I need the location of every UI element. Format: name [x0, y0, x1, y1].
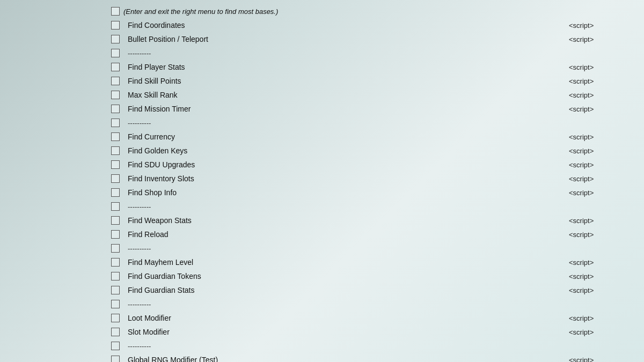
item-label: Slot Modifier	[123, 328, 569, 336]
item-script: <script>	[569, 356, 633, 363]
separator-checkbox[interactable]	[111, 244, 120, 253]
item-script: <script>	[569, 286, 633, 294]
item-script: <script>	[569, 231, 633, 239]
item-checkbox[interactable]	[111, 188, 120, 197]
item-label: Find SDU Upgrades	[123, 160, 569, 169]
item-script: <script>	[569, 35, 633, 43]
item-label: Find Guardian Stats	[123, 286, 569, 294]
item-label: Max Skill Rank	[123, 91, 569, 99]
item-checkbox[interactable]	[111, 146, 120, 155]
checkbox-wrap	[107, 300, 123, 308]
main-container: (Enter and exit the right menu to find m…	[0, 0, 644, 362]
separator-label: ----------	[123, 245, 633, 253]
item-label: Global RNG Modifier (Test)	[123, 356, 569, 362]
item-checkbox[interactable]	[111, 91, 120, 99]
item-label: Find Shop Info	[123, 188, 569, 197]
checkbox-wrap	[107, 119, 123, 127]
list-row: Find Skill Points<script>	[107, 74, 633, 88]
checkbox-wrap	[107, 174, 123, 183]
item-script: <script>	[569, 328, 633, 336]
list-row: ----------	[107, 200, 633, 213]
intro-checkbox[interactable]	[111, 7, 120, 16]
checkbox-wrap	[107, 286, 123, 294]
item-label: Find Golden Keys	[123, 146, 569, 155]
item-checkbox[interactable]	[111, 160, 120, 169]
separator-checkbox[interactable]	[111, 119, 120, 127]
item-script: <script>	[569, 21, 633, 29]
item-label: Bullet Position / Teleport	[123, 35, 569, 43]
list-row: ----------	[107, 339, 633, 353]
checkbox-wrap	[107, 160, 123, 169]
list-row: Find Guardian Tokens<script>	[107, 269, 633, 283]
item-checkbox[interactable]	[111, 63, 120, 71]
checkbox-wrap	[107, 146, 123, 155]
item-script: <script>	[569, 147, 633, 155]
separator-label: ----------	[123, 300, 633, 308]
item-checkbox[interactable]	[111, 35, 120, 43]
item-script: <script>	[569, 161, 633, 169]
checkbox-wrap	[107, 216, 123, 225]
item-script: <script>	[569, 133, 633, 141]
separator-label: ----------	[123, 119, 633, 127]
item-checkbox[interactable]	[111, 216, 120, 225]
list-row: Find Golden Keys<script>	[107, 144, 633, 158]
list-row: Find Shop Info<script>	[107, 186, 633, 200]
item-label: Find Weapon Stats	[123, 216, 569, 225]
list-row: ----------	[107, 46, 633, 60]
list-row: ----------	[107, 116, 633, 130]
item-checkbox[interactable]	[111, 356, 120, 362]
item-checkbox[interactable]	[111, 314, 120, 322]
item-checkbox[interactable]	[111, 230, 120, 239]
checkbox-wrap	[107, 21, 123, 29]
checkbox-wrap	[107, 328, 123, 336]
list-row: Find Reload<script>	[107, 227, 633, 241]
checkbox-wrap	[107, 244, 123, 253]
item-checkbox[interactable]	[111, 77, 120, 85]
item-label: Find Skill Points	[123, 77, 569, 85]
item-label: Find Mission Timer	[123, 105, 569, 113]
item-label: Find Coordinates	[123, 21, 569, 29]
item-checkbox[interactable]	[111, 286, 120, 294]
checkbox-wrap	[107, 35, 123, 43]
list-row: Find Weapon Stats<script>	[107, 213, 633, 227]
item-label: Find Currency	[123, 132, 569, 141]
item-script: <script>	[569, 91, 633, 99]
separator-label: ----------	[123, 49, 633, 57]
checkbox-wrap	[107, 105, 123, 113]
item-label: Loot Modifier	[123, 314, 569, 322]
item-checkbox[interactable]	[111, 174, 120, 183]
item-checkbox[interactable]	[111, 258, 120, 267]
list-row: Loot Modifier<script>	[107, 311, 633, 325]
list-row: Bullet Position / Teleport<script>	[107, 32, 633, 46]
separator-label: ----------	[123, 203, 633, 211]
list-row: ----------	[107, 241, 633, 255]
checkbox-wrap	[107, 49, 123, 57]
item-label: Find Reload	[123, 230, 569, 239]
item-label: Find Guardian Tokens	[123, 272, 569, 280]
separator-label: ----------	[123, 342, 633, 350]
list-row: Find Mission Timer<script>	[107, 102, 633, 116]
item-label: Find Player Stats	[123, 63, 569, 71]
separator-checkbox[interactable]	[111, 202, 120, 211]
list-row: Find Inventory Slots<script>	[107, 172, 633, 186]
item-checkbox[interactable]	[111, 328, 120, 336]
list-row: ----------	[107, 297, 633, 311]
list-row: Max Skill Rank<script>	[107, 88, 633, 102]
item-checkbox[interactable]	[111, 132, 120, 141]
separator-checkbox[interactable]	[111, 49, 120, 57]
checkbox-wrap	[107, 7, 123, 16]
item-checkbox[interactable]	[111, 21, 120, 29]
checkbox-wrap	[107, 342, 123, 350]
item-script: <script>	[569, 77, 633, 85]
checkbox-wrap	[107, 272, 123, 280]
item-checkbox[interactable]	[111, 105, 120, 113]
list-row: Find Guardian Stats<script>	[107, 283, 633, 297]
separator-checkbox[interactable]	[111, 300, 120, 308]
item-checkbox[interactable]	[111, 272, 120, 280]
checkbox-wrap	[107, 314, 123, 322]
checkbox-wrap	[107, 230, 123, 239]
item-script: <script>	[569, 314, 633, 322]
item-label: Find Mayhem Level	[123, 258, 569, 267]
list-row: (Enter and exit the right menu to find m…	[107, 4, 633, 18]
separator-checkbox[interactable]	[111, 342, 120, 350]
